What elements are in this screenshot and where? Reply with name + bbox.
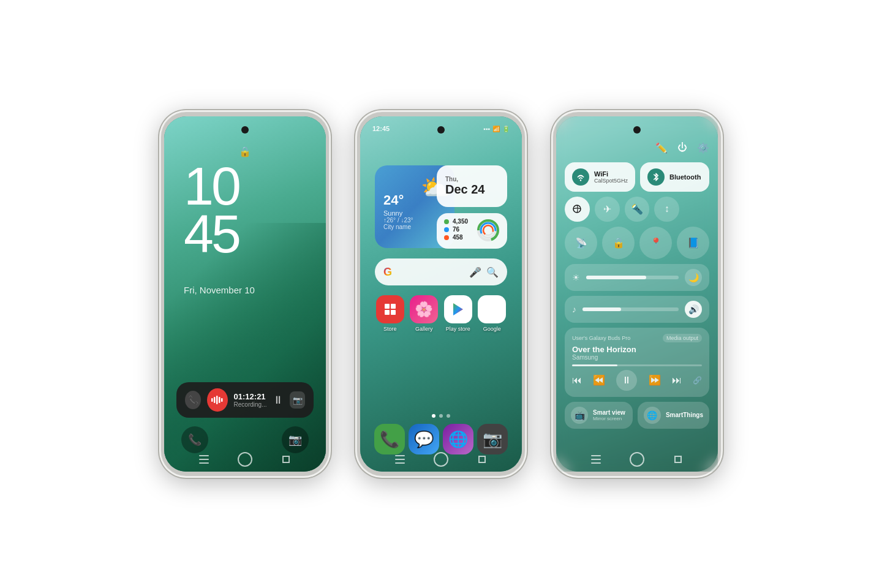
google-logo: G — [383, 266, 392, 279]
sound-mode-button[interactable]: 🔊 — [685, 301, 702, 318]
calories-value: 458 — [453, 234, 463, 241]
recording-label: Recording... — [234, 401, 267, 408]
clock-date: Dec 24 — [445, 183, 499, 197]
power-icon[interactable]: ⏻ — [677, 142, 687, 154]
brightness-slider-row: ☀ 🌙 — [565, 264, 709, 291]
lock-rotation-icon[interactable]: 🔒 — [602, 227, 635, 259]
lock-screen-date: Fri, November 10 — [164, 285, 326, 295]
svg-rect-20 — [395, 459, 405, 460]
edit-icon[interactable]: ✏️ — [655, 142, 668, 154]
media-play-pause[interactable]: ⏸ — [616, 370, 637, 391]
data-saver-icon[interactable]: ↕ — [654, 197, 679, 222]
smartthings-icon: 🌐 — [644, 407, 661, 424]
camera-hole-3 — [633, 126, 641, 134]
nav-back-3[interactable] — [586, 453, 606, 466]
smartthings-button[interactable]: 🌐 SmartThings — [638, 402, 709, 429]
camera-app-icon: 📷 — [477, 424, 508, 454]
media-skip-back[interactable]: ⏮ — [572, 375, 582, 386]
nav-home-3[interactable] — [630, 452, 644, 467]
nav-recent-2[interactable] — [472, 453, 492, 466]
pause-button[interactable]: ⏸ — [273, 394, 284, 407]
weather-description: Sunny — [383, 209, 446, 217]
steps-dot — [444, 219, 449, 224]
nav-recent[interactable] — [276, 453, 296, 466]
svg-rect-4 — [221, 398, 223, 402]
nav-home[interactable] — [238, 452, 252, 467]
camera-button[interactable]: 📷 — [290, 391, 305, 409]
nav-back-2[interactable] — [390, 453, 410, 466]
app-store[interactable]: Store — [375, 295, 405, 332]
nav-back[interactable] — [194, 453, 214, 466]
bluetooth-tile[interactable]: Bluetooth — [640, 162, 709, 192]
media-artist: Samsung — [572, 354, 702, 361]
dock-messages[interactable]: 💬 — [409, 424, 439, 454]
google-search-bar[interactable]: G 🎤 🔍 — [375, 258, 507, 285]
dock-camera[interactable]: 📷 — [477, 424, 508, 454]
app-grid: Store 🌸 Gallery — [375, 295, 507, 332]
dock-phone[interactable]: 📞 — [374, 424, 405, 454]
app-play-store[interactable]: Play store — [443, 295, 473, 332]
internet-icon: 🌐 — [443, 424, 473, 454]
dock-internet[interactable]: 🌐 — [443, 424, 473, 454]
bluetooth-tile-text: Bluetooth — [669, 173, 702, 181]
health-ring — [477, 219, 500, 242]
recording-widget[interactable]: 📞 01:12:21 Recording... ⏸ 📷 — [176, 382, 314, 418]
microphone-icon[interactable]: 🎤 — [469, 266, 481, 278]
status-time: 12:45 — [372, 125, 390, 132]
camera-hole-2 — [437, 126, 445, 134]
svg-rect-14 — [385, 304, 390, 309]
svg-rect-0 — [211, 398, 213, 402]
lens-icon[interactable]: 🔍 — [486, 266, 499, 278]
settings-icon[interactable]: ⚙️ — [697, 142, 709, 154]
svg-rect-23 — [591, 455, 601, 456]
store-label: Store — [383, 326, 397, 332]
calories-dot — [444, 235, 449, 240]
steps-value: 4,350 — [453, 218, 468, 225]
svg-point-22 — [580, 179, 581, 181]
svg-rect-6 — [199, 459, 209, 460]
smart-view-button[interactable]: 📺 Smart view Mirror screen — [565, 402, 633, 429]
media-output-button[interactable]: Media output — [663, 334, 702, 342]
nav-bar-2 — [360, 452, 522, 467]
reading-mode-icon[interactable]: 📘 — [677, 227, 709, 259]
location-icon[interactable]: 📍 — [639, 227, 672, 259]
active-dot — [444, 227, 449, 232]
cc-top-actions: ✏️ ⏻ ⚙️ — [565, 142, 709, 154]
status-icons: ▪▪▪ 📶 🔋 — [483, 126, 510, 132]
app-gallery[interactable]: 🌸 Gallery — [409, 295, 440, 332]
lock-camera-shortcut[interactable]: 📷 — [282, 426, 309, 453]
mobile-data-icon[interactable] — [565, 197, 590, 222]
nfc-icon[interactable]: 📡 — [565, 227, 597, 259]
volume-track[interactable] — [582, 307, 679, 311]
smart-view-icon: 📺 — [571, 407, 588, 424]
cc-main-tiles: WiFi CalSpot5GHz Bluetooth — [565, 162, 709, 192]
media-rewind[interactable]: ⏪ — [593, 374, 605, 386]
health-widget[interactable]: 4,350 76 458 — [437, 213, 507, 249]
dark-mode-toggle[interactable]: 🌙 — [685, 269, 702, 286]
brightness-track[interactable] — [586, 276, 679, 279]
app-google[interactable]: Google — [477, 295, 508, 332]
airplane-mode-icon[interactable]: ✈ — [595, 197, 620, 222]
media-skip-forward[interactable]: ⏭ — [672, 375, 682, 386]
recording-time: 01:12:21 — [234, 392, 267, 401]
brightness-fill — [586, 276, 646, 279]
active-row: 76 — [444, 226, 472, 233]
smart-view-sub: Mirror screen — [593, 416, 625, 421]
svg-rect-21 — [395, 462, 405, 464]
lock-icon: 🔒 — [239, 146, 251, 157]
media-fast-forward[interactable]: ⏩ — [649, 374, 661, 386]
smartthings-label: SmartThings — [666, 412, 703, 418]
flashlight-icon[interactable]: 🔦 — [625, 197, 650, 222]
recording-wave-icon[interactable] — [207, 388, 227, 412]
lock-screen-time: 10 45 — [164, 159, 326, 261]
nav-home-2[interactable] — [434, 452, 448, 467]
media-progress-bar[interactable] — [572, 364, 702, 366]
clock-widget[interactable]: Thu, Dec 24 — [437, 165, 507, 207]
cc-icon-row-1: ✈ 🔦 ↕ — [565, 197, 709, 222]
media-cast[interactable]: 🔗 — [693, 376, 702, 385]
nav-recent-3[interactable] — [668, 453, 688, 466]
wifi-tile[interactable]: WiFi CalSpot5GHz — [565, 162, 635, 192]
svg-rect-19 — [395, 455, 405, 456]
app-dock: 📞 💬 🌐 📷 — [372, 424, 510, 454]
lock-phone-shortcut[interactable]: 📞 — [181, 426, 208, 453]
